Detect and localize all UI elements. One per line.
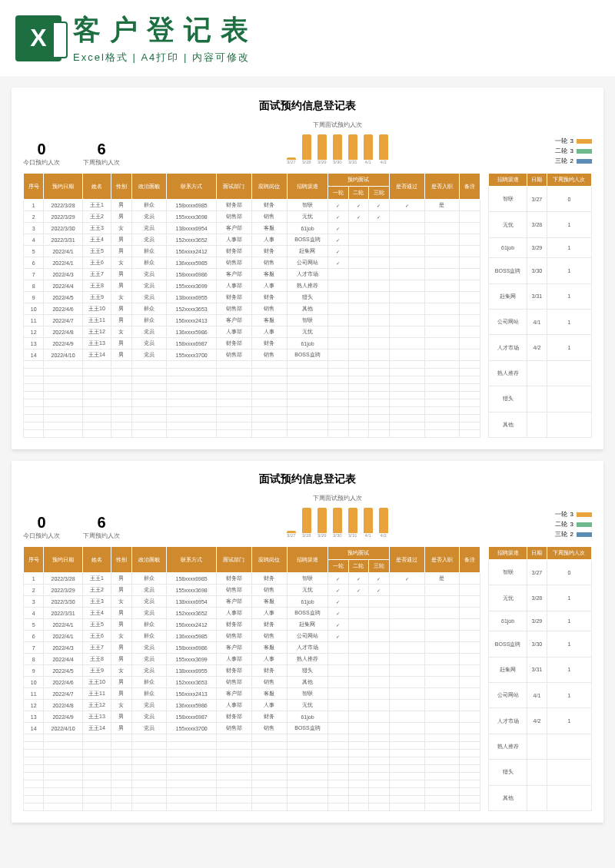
chart-bar: [333, 508, 342, 533]
top-section: 0 今日预约人次 6 下周预约人次 下周面试预约人次 3/273/283/293…: [23, 121, 592, 167]
table-row: 122022/4/8王王12女党员 136xxxx5986人事部人事无忧: [24, 700, 480, 711]
side-row: 公司网站4/11: [489, 683, 592, 708]
side-table: 招聘渠道日期下周预约人次 智联3/270无忧3/28161job3/291BOS…: [488, 546, 592, 811]
sheet-title: 面试预约信息登记表: [23, 472, 592, 486]
table-row: 62022/4/1王王6女群众 136xxxx5985销售部销售公司网站 ✓: [24, 257, 480, 269]
side-row: 61job3/291: [489, 237, 592, 258]
table-row: 132022/4/9王王13男党员 158xxxx6987财务部财务61job: [24, 338, 480, 350]
stat-num: 0: [23, 141, 60, 158]
bar-label: 3/30: [333, 533, 342, 538]
chart-bar: [317, 508, 327, 533]
side-row: 熟人推荐: [489, 734, 592, 759]
table-row: [24, 750, 480, 757]
table-row: [24, 392, 480, 399]
bar-label: 4/1: [364, 533, 373, 538]
table-row: [24, 407, 480, 415]
bar-label: 4/2: [379, 533, 388, 538]
bar-label: 3/28: [302, 160, 311, 164]
main-table: 序号预约日期姓名 性别政治面貌联系方式 面试部门应聘岗位招聘渠道 预约面试 是否…: [23, 173, 480, 438]
bar-label: 3/29: [317, 160, 327, 164]
side-row: 智联3/270: [489, 187, 592, 212]
bar-label: 3/30: [333, 160, 342, 164]
bar-label: 3/31: [348, 160, 357, 164]
table-row: 52022/4/1王王5男群众 156xxxx2412财务部财务赶集网 ✓: [24, 619, 480, 631]
table-row: [24, 734, 480, 742]
stat-num: 6: [83, 141, 120, 158]
chart-title: 下周面试预约人次: [135, 494, 540, 502]
stat-label: 今日预约人次: [23, 532, 60, 540]
table-row: [24, 773, 480, 780]
table-row: 12022/3/28王王1男群众 158xxxx6985财务部财务智联 ✓✓✓ …: [24, 573, 480, 585]
table-row: 82022/4/4王王8男党员 155xxxx3699人事部人事熟人推荐: [24, 280, 480, 292]
table-row: 112022/4/7王王11男群众 156xxxx2413客户部客服智联: [24, 688, 480, 700]
table-row: 72022/4/3王王7男党员 158xxxx6986客户部客服人才市场: [24, 269, 480, 280]
legend-item: 一轮3: [555, 137, 592, 145]
sub-title: Excel格式 | A4打印 | 内容可修改: [73, 51, 600, 65]
legend-item: 三轮2: [555, 157, 592, 165]
table-row: 142022/4/10王王14男党员 155xxxx3700销售部销售BOSS直…: [24, 723, 480, 734]
table-row: [24, 780, 480, 788]
main-table: 序号预约日期姓名 性别政治面貌联系方式 面试部门应聘岗位招聘渠道 预约面试 是否…: [23, 546, 480, 811]
chart-bar: [348, 134, 357, 160]
side-row: BOSS直聘3/301: [489, 258, 592, 283]
table-row: [24, 422, 480, 430]
table-row: [24, 757, 480, 765]
bar-chart: 下周面试预约人次 3/273/283/293/303/314/14/2: [135, 121, 540, 167]
table-row: 112022/4/7王王11男群众 156xxxx2413客户部客服智联: [24, 315, 480, 326]
side-row: 公司网站4/11: [489, 310, 592, 335]
chart-bar: [302, 508, 311, 533]
stat-today: 0 今日预约人次: [23, 141, 60, 167]
table-row: [24, 430, 480, 438]
table-row: [24, 399, 480, 407]
banner-header: 客户登记表 Excel格式 | A4打印 | 内容可修改: [0, 0, 615, 76]
table-row: 142022/4/10王王14男党员 155xxxx3700销售部销售BOSS直…: [24, 350, 480, 361]
stat-num: 6: [83, 514, 120, 532]
stat-label: 下周预约人次: [83, 532, 120, 540]
table-row: [24, 361, 480, 369]
stats-block: 0 今日预约人次 6 下周预约人次: [23, 141, 120, 167]
chart-bar: [348, 508, 357, 533]
table-row: 12022/3/28王王1男群众 158xxxx6985财务部财务智联 ✓✓✓ …: [24, 200, 480, 211]
bar-chart: 下周面试预约人次 3/273/283/293/303/314/14/2: [135, 494, 540, 540]
stats-block: 0 今日预约人次 6 下周预约人次: [23, 514, 120, 540]
table-row: [24, 376, 480, 384]
chart-bar: [333, 134, 342, 160]
bar-label: 3/27: [287, 533, 296, 538]
legend-item: 二轮3: [555, 520, 592, 528]
stat-today: 0 今日预约人次: [23, 514, 60, 540]
sheet-page: 面试预约信息登记表 0 今日预约人次 6 下周预约人次 下周面试预约人次 3/2…: [12, 88, 603, 449]
legend-item: 一轮3: [555, 510, 592, 518]
table-row: 62022/4/1王王6女群众 136xxxx5985销售部销售公司网站 ✓: [24, 631, 480, 642]
table-row: [24, 384, 480, 392]
bar-label: 3/31: [348, 533, 357, 538]
bar-label: 3/27: [287, 160, 296, 164]
table-row: [24, 788, 480, 796]
stat-label: 今日预约人次: [23, 158, 60, 167]
side-row: 熟人推荐: [489, 360, 592, 386]
table-row: [24, 765, 480, 773]
table-row: 22022/3/29王王2男党员 155xxxx3698销售部销售无忧 ✓✓✓: [24, 211, 480, 223]
table-row: 92022/4/5王王9女党员 138xxxx6955财务部财务猎头: [24, 665, 480, 677]
legend-item: 二轮3: [555, 147, 592, 155]
table-row: 82022/4/4王王8男党员 155xxxx3699人事部人事熟人推荐: [24, 654, 480, 665]
side-row: BOSS直聘3/301: [489, 631, 592, 657]
stat-week: 6 下周预约人次: [83, 141, 120, 167]
stat-label: 下周预约人次: [83, 158, 120, 167]
stat-num: 0: [23, 514, 60, 532]
chart-bar: [379, 134, 388, 160]
legend-item: 三轮2: [555, 530, 592, 538]
side-table: 招聘渠道日期下周预约人次 智联3/270无忧3/28161job3/291BOS…: [488, 173, 592, 438]
bar-label: 3/29: [317, 533, 327, 538]
tables-area: 序号预约日期姓名 性别政治面貌联系方式 面试部门应聘岗位招聘渠道 预约面试 是否…: [23, 173, 592, 438]
tables-area: 序号预约日期姓名 性别政治面貌联系方式 面试部门应聘岗位招聘渠道 预约面试 是否…: [23, 546, 592, 811]
side-row: 无忧3/281: [489, 585, 592, 611]
header-text: 客户登记表 Excel格式 | A4打印 | 内容可修改: [73, 12, 600, 65]
excel-icon: [15, 15, 62, 61]
table-row: 42022/3/31王王4男党员 152xxxx3652人事部人事BOSS直聘 …: [24, 608, 480, 619]
side-row: 赶集网3/311: [489, 283, 592, 309]
bar-label: 4/1: [364, 160, 373, 164]
table-row: 52022/4/1王王5男群众 156xxxx2412财务部财务赶集网 ✓: [24, 246, 480, 257]
table-row: 32022/3/30王王3女党员 138xxxx6954客户部客服61job ✓: [24, 596, 480, 608]
stat-week: 6 下周预约人次: [83, 514, 120, 540]
chart-bar: [317, 134, 327, 160]
